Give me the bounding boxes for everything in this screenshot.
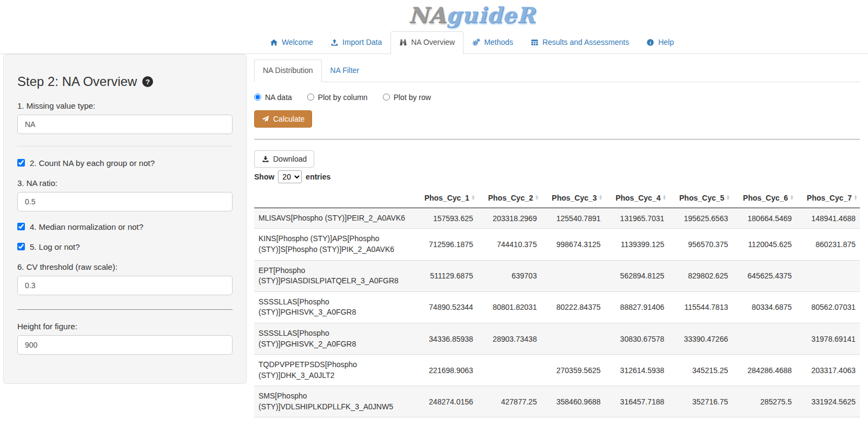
column-header-label: Phos_Cyc_7 bbox=[807, 194, 852, 202]
value-cell: 88827.91406 bbox=[605, 291, 669, 323]
nav-item-import-data[interactable]: Import Data bbox=[322, 31, 390, 54]
column-header-Phos_Cyc_3[interactable]: Phos_Cyc_3▲▼ bbox=[541, 188, 605, 208]
sidebar-divider-dark bbox=[17, 309, 233, 310]
radio-na-data-input[interactable] bbox=[254, 94, 261, 101]
nav-item-welcome[interactable]: Welcome bbox=[261, 31, 322, 54]
table-row: SSSSLLAS[Phospho (STY)]PGHISVK_2_A0FGR83… bbox=[254, 323, 860, 354]
radio-label: Plot by row bbox=[394, 93, 431, 102]
column-header-label: Phos_Cyc_4 bbox=[615, 194, 660, 202]
cv-threshold-input[interactable] bbox=[17, 276, 233, 295]
nav-label: Welcome bbox=[282, 37, 313, 48]
sidebar-divider bbox=[17, 146, 233, 147]
median-normalization-checkbox-row[interactable]: 4. Median normalization or not? bbox=[17, 222, 233, 231]
column-header-Phos_Cyc_5[interactable]: Phos_Cyc_5▲▼ bbox=[668, 188, 732, 208]
nav-item-na-overview[interactable]: NA Overview bbox=[390, 31, 463, 54]
value-cell bbox=[796, 260, 860, 291]
main-divider bbox=[254, 139, 860, 140]
tab-na-distribution[interactable]: NA Distribution bbox=[254, 59, 322, 82]
log-checkbox-row[interactable]: 5. Log or not? bbox=[17, 242, 233, 251]
sort-icon[interactable]: ▲▼ bbox=[662, 195, 666, 201]
count-na-checkbox[interactable] bbox=[17, 159, 25, 167]
sort-icon[interactable]: ▲▼ bbox=[599, 195, 603, 201]
show-entries-control: Show 20 entries bbox=[254, 170, 860, 183]
value-cell: 285275.5 bbox=[732, 386, 796, 417]
radio-plot-by-row[interactable]: Plot by row bbox=[383, 93, 431, 102]
nav-item-results[interactable]: Results and Assessments bbox=[522, 31, 638, 54]
column-header-Phos_Cyc_4[interactable]: Phos_Cyc_4▲▼ bbox=[605, 188, 669, 208]
value-cell: 639703 bbox=[478, 260, 541, 291]
value-cell bbox=[541, 260, 605, 291]
figure-height-input[interactable] bbox=[17, 335, 233, 355]
download-button[interactable]: Download bbox=[254, 150, 314, 168]
value-cell: 80801.82031 bbox=[478, 291, 541, 323]
download-icon bbox=[262, 155, 269, 163]
sort-icon[interactable]: ▲▼ bbox=[726, 195, 730, 201]
value-cell: 744410.375 bbox=[478, 229, 541, 260]
value-cell: 316457.7188 bbox=[605, 386, 669, 417]
median-normalization-checkbox[interactable] bbox=[17, 223, 25, 230]
gears-icon bbox=[472, 38, 480, 47]
nav-label: NA Overview bbox=[411, 37, 455, 48]
sub-nav: NA Distribution NA Filter bbox=[254, 59, 860, 82]
value-cell: 312614.5938 bbox=[605, 355, 669, 386]
nav-item-help[interactable]: i Help bbox=[638, 31, 683, 54]
value-cell: 157593.625 bbox=[414, 208, 478, 229]
column-header-Phos_Cyc_7[interactable]: Phos_Cyc_7▲▼ bbox=[796, 188, 860, 208]
peptide-name-cell: EPT[Phospho (STY)]PSIASDISLPIATQELR_3_A0… bbox=[254, 260, 414, 291]
app-logo: NAguideR bbox=[408, 3, 535, 27]
value-cell: 358460.9688 bbox=[541, 386, 605, 417]
home-icon bbox=[270, 38, 278, 47]
radio-plot-by-column[interactable]: Plot by column bbox=[307, 93, 368, 102]
app-header: NAguideR bbox=[0, 0, 868, 31]
value-cell: 115544.7813 bbox=[668, 291, 732, 323]
sidebar-title: Step 2: NA Overview ? bbox=[17, 74, 233, 89]
radio-na-data[interactable]: NA data bbox=[254, 93, 292, 102]
main-content: NA Distribution NA Filter NA data Plot b… bbox=[254, 54, 860, 418]
table-icon bbox=[531, 38, 539, 47]
nav-item-methods[interactable]: Methods bbox=[463, 31, 522, 54]
calculate-button[interactable]: Calculate bbox=[254, 110, 312, 128]
count-na-label: 2. Count NA by each group or not? bbox=[30, 158, 155, 168]
value-cell: 80222.84375 bbox=[541, 291, 605, 323]
sort-icon[interactable]: ▲▼ bbox=[853, 195, 858, 201]
table-row: KINS[Phospho (STY)]APS[Phospho (STY)]S[P… bbox=[254, 229, 860, 260]
value-cell: 34336.85938 bbox=[414, 323, 478, 354]
sort-icon[interactable]: ▲▼ bbox=[535, 195, 539, 201]
column-header-Phos_Cyc_1[interactable]: Phos_Cyc_1▲▼ bbox=[414, 188, 478, 208]
plot-type-radio-group: NA data Plot by column Plot by row bbox=[254, 93, 860, 102]
count-na-checkbox-row[interactable]: 2. Count NA by each group or not? bbox=[17, 158, 233, 168]
value-cell: 30830.67578 bbox=[605, 323, 669, 354]
logo-guider-part: guideR bbox=[446, 2, 535, 28]
radio-plot-by-column-input[interactable] bbox=[307, 94, 314, 101]
value-cell: 203317.4063 bbox=[796, 355, 860, 386]
page-length-select[interactable]: 20 bbox=[278, 170, 302, 183]
value-cell: 352716.75 bbox=[668, 386, 732, 417]
info-circle-icon: i bbox=[646, 38, 654, 47]
value-cell: 860231.875 bbox=[796, 229, 860, 260]
naguider-app: NAguideR Welcome Import Data NA Overview… bbox=[0, 0, 868, 417]
peptide-name-cell: TQDPVPPETPSDS[Phospho (STY)]DHK_3_A0JLT2 bbox=[254, 355, 414, 386]
column-header-Phos_Cyc_6[interactable]: Phos_Cyc_6▲▼ bbox=[732, 188, 796, 208]
column-header-label: Phos_Cyc_6 bbox=[743, 194, 788, 202]
svg-text:?: ? bbox=[145, 78, 150, 86]
value-cell: 221698.9063 bbox=[414, 355, 478, 386]
log-checkbox[interactable] bbox=[17, 243, 25, 250]
na-ratio-input[interactable] bbox=[17, 192, 233, 211]
value-cell: 284286.4688 bbox=[732, 355, 796, 386]
radio-label: NA data bbox=[265, 93, 292, 102]
column-header-label: Phos_Cyc_5 bbox=[679, 194, 724, 202]
peptide-name-cell: SSSSLLAS[Phospho (STY)]PGHISVK_3_A0FGR8 bbox=[254, 291, 414, 323]
value-cell: 712596.1875 bbox=[414, 229, 478, 260]
value-cell: 562894.8125 bbox=[605, 260, 669, 291]
question-circle-icon[interactable]: ? bbox=[142, 76, 154, 88]
value-cell: 270359.5625 bbox=[541, 355, 605, 386]
value-cell: 80334.6875 bbox=[732, 291, 796, 323]
column-header-Phos_Cyc_2[interactable]: Phos_Cyc_2▲▼ bbox=[478, 188, 541, 208]
tab-na-filter[interactable]: NA Filter bbox=[322, 59, 368, 82]
sort-icon[interactable]: ▲▼ bbox=[790, 195, 794, 201]
download-label: Download bbox=[273, 155, 307, 163]
upload-icon bbox=[330, 38, 339, 47]
radio-plot-by-row-input[interactable] bbox=[383, 94, 390, 101]
sort-icon[interactable]: ▲▼ bbox=[471, 195, 475, 201]
missing-value-type-input[interactable] bbox=[17, 115, 233, 134]
